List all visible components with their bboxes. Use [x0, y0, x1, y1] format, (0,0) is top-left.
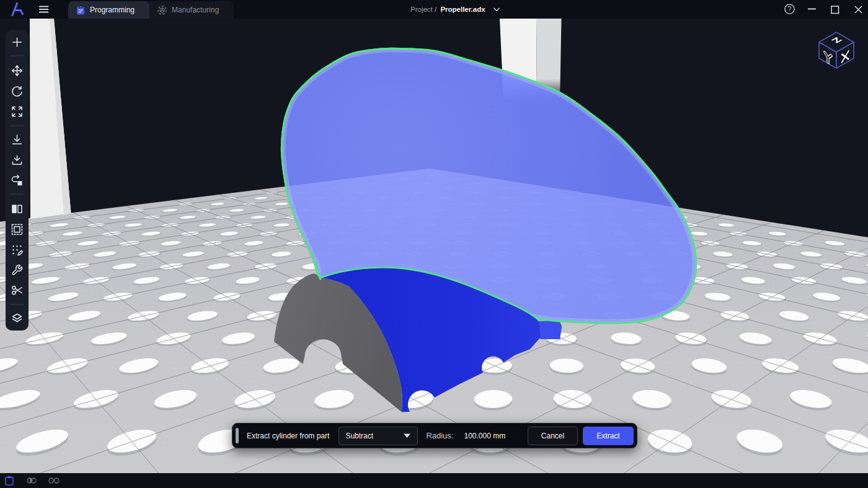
- svg-text:?: ?: [788, 5, 792, 12]
